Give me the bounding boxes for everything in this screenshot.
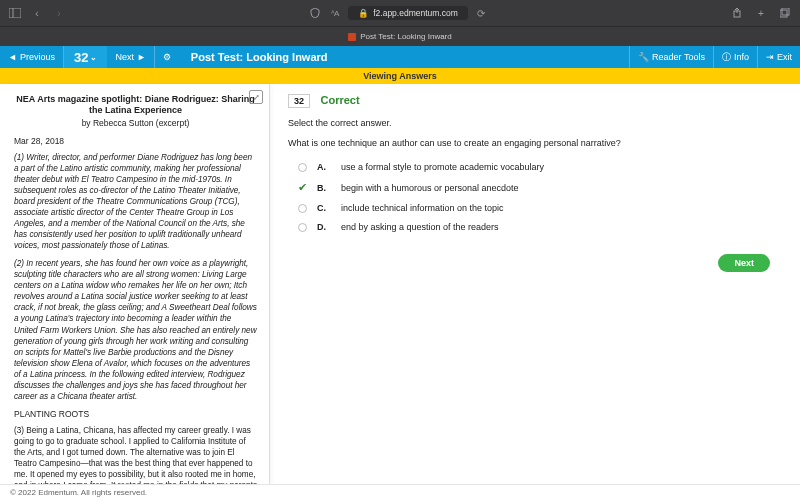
reload-icon[interactable]: ⟳ [474,6,488,20]
reader-tools-button[interactable]: 🔧 Reader Tools [629,46,713,68]
new-tab-icon[interactable]: + [754,6,768,20]
score-value: 32 [74,50,88,65]
lock-icon: 🔒 [358,8,369,18]
question-panel: 32 Correct Select the correct answer. Wh… [270,84,800,486]
url-bar[interactable]: 🔒 f2.app.edmentum.com [348,6,468,20]
svg-rect-5 [782,8,789,15]
passage-author: by Rebecca Sutton (excerpt) [14,118,257,128]
passage-para2: (2) In recent years, she has found her o… [14,258,257,402]
next-question-button[interactable]: Next [718,254,770,272]
chevron-down-icon: ⌄ [90,53,97,62]
previous-label: Previous [20,52,55,62]
previous-button[interactable]: ◄ Previous [0,46,64,68]
chevron-right-icon: ► [137,52,146,62]
chevron-left-icon: ◄ [8,52,17,62]
tabs-icon[interactable] [778,6,792,20]
browser-chrome: ‹ › ᴬA 🔒 f2.app.edmentum.com ⟳ + [0,0,800,26]
question-number: 32 [288,94,310,108]
expand-icon[interactable]: ⤢ [249,90,263,104]
shield-icon[interactable] [308,6,322,20]
next-button[interactable]: Next ► [107,46,154,68]
choice-text: use a formal style to promote academic v… [341,162,544,172]
viewing-answers-banner: Viewing Answers [0,68,800,84]
radio-icon [298,223,307,232]
svg-rect-4 [780,10,787,17]
radio-icon [298,163,307,172]
exit-label: Exit [777,52,792,62]
gear-icon: ⚙ [163,52,171,62]
passage-heading: PLANTING ROOTS [14,409,257,419]
next-label: Next [115,52,134,62]
content-area: ⤢ NEA Arts magazine spotlight: Diane Rod… [0,84,800,486]
choice-text: end by asking a question of the readers [341,222,499,232]
question-status: Correct [321,94,360,106]
choice-b[interactable]: ✔ B. begin with a humorous or personal a… [298,181,782,194]
question-count[interactable]: 32 ⌄ [64,46,107,68]
choice-a[interactable]: A. use a formal style to promote academi… [298,162,782,172]
back-icon[interactable]: ‹ [30,6,44,20]
settings-button[interactable]: ⚙ [155,46,179,68]
url-host: f2.app.edmentum.com [373,8,458,18]
tab-favicon [348,33,356,41]
tab-title: Post Test: Looking Inward [360,32,451,41]
reader-tools-label: Reader Tools [652,52,705,62]
passage-title: NEA Arts magazine spotlight: Diane Rodri… [14,94,257,116]
choice-letter: A. [317,162,331,172]
active-tab[interactable]: Post Test: Looking Inward [348,32,451,41]
passage-panel: ⤢ NEA Arts magazine spotlight: Diane Rod… [0,84,270,486]
page-title: Post Test: Looking Inward [179,51,328,63]
passage-para1: (1) Writer, director, and performer Dian… [14,152,257,252]
share-icon[interactable] [730,6,744,20]
answer-choices: A. use a formal style to promote academi… [298,162,782,232]
radio-icon [298,204,307,213]
choice-letter: B. [317,183,331,193]
tab-bar: Post Test: Looking Inward [0,26,800,46]
choice-c[interactable]: C. include technical information on the … [298,203,782,213]
passage-para3: (3) Being a Latina, Chicana, has affecte… [14,425,257,486]
forward-icon[interactable]: › [52,6,66,20]
text-size-icon[interactable]: ᴬA [328,6,342,20]
app-toolbar: ◄ Previous 32 ⌄ Next ► ⚙ Post Test: Look… [0,46,800,68]
svg-rect-0 [9,8,21,18]
info-button[interactable]: ⓘ Info [713,46,757,68]
info-icon: ⓘ [722,51,731,64]
exit-icon: ⇥ [766,52,774,62]
question-header: 32 Correct [288,94,782,108]
info-label: Info [734,52,749,62]
choice-letter: C. [317,203,331,213]
choice-text: begin with a humorous or personal anecdo… [341,183,519,193]
footer-copyright: © 2022 Edmentum. All rights reserved. [0,484,800,500]
check-icon: ✔ [298,181,307,194]
choice-letter: D. [317,222,331,232]
wrench-icon: 🔧 [638,52,649,62]
choice-d[interactable]: D. end by asking a question of the reade… [298,222,782,232]
exit-button[interactable]: ⇥ Exit [757,46,800,68]
sidebar-toggle-icon[interactable] [8,6,22,20]
question-instruction: Select the correct answer. [288,118,782,128]
passage-date: Mar 28, 2018 [14,136,257,146]
choice-text: include technical information on the top… [341,203,504,213]
question-text: What is one technique an author can use … [288,138,782,148]
